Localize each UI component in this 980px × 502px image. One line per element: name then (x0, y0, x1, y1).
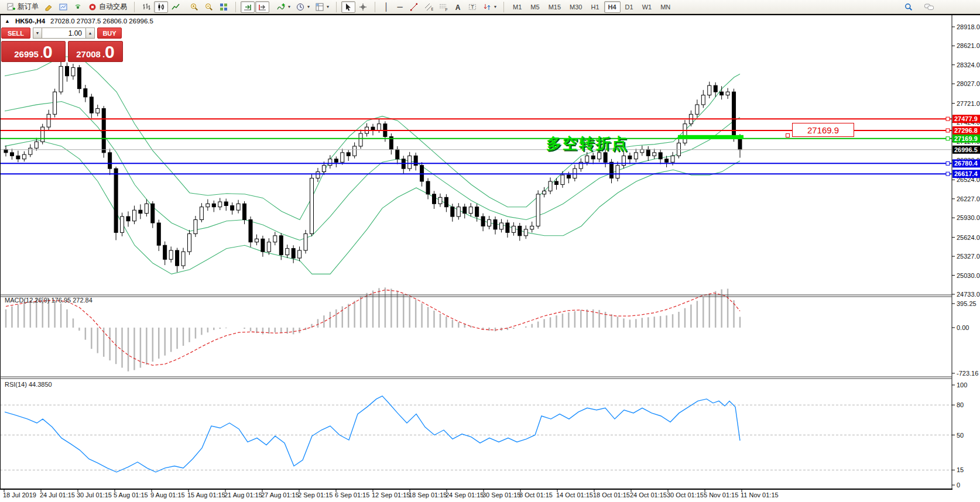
hline-handle[interactable] (946, 117, 950, 121)
zoom-out-icon (204, 2, 214, 12)
autoscroll-button[interactable] (241, 1, 255, 13)
lot-decrease-button[interactable]: ▼ (33, 27, 42, 39)
time-axis-label: 18 Sep 01:15 (409, 491, 447, 498)
lot-increase-button[interactable]: ▲ (85, 27, 95, 39)
chart-canvas[interactable]: 28918.028621.028324.028027.027721.027424… (0, 0, 980, 502)
trendline-button[interactable] (407, 1, 421, 13)
highlight-bar[interactable] (678, 135, 743, 139)
time-axis[interactable]: 18 Jul 201924 Jul 01:1530 Jul 01:155 Aug… (3, 490, 779, 498)
timeframe-button-m15[interactable]: M15 (544, 1, 565, 13)
time-axis-label: 30 Oct 01:15 (667, 491, 704, 498)
toolbar-group-setup: ▾ ▾ ▾ (272, 1, 333, 13)
price-level-callout[interactable]: 27169.9 (792, 123, 854, 137)
time-axis-label: 15 Aug 01:15 (187, 491, 225, 498)
hline-handle[interactable] (946, 129, 950, 132)
text-label-button[interactable]: T (465, 1, 479, 13)
timeframe-button-h4[interactable]: H4 (604, 1, 621, 13)
toolbar-separator (375, 2, 375, 12)
svg-text:27721.0: 27721.0 (957, 100, 980, 107)
svg-text:27169.9: 27169.9 (954, 135, 978, 142)
time-axis-label: 24 Sep 01:15 (446, 491, 484, 498)
toolbar-separator (235, 2, 236, 12)
timeframe-button-m30[interactable]: M30 (566, 1, 586, 13)
cursor-button[interactable] (341, 1, 355, 13)
vertical-line-button[interactable]: │ (380, 1, 393, 13)
buy-price-big-digit: 0 (105, 43, 115, 61)
time-axis-label: 9 Aug 01:15 (150, 491, 185, 498)
timeframe-button-mn[interactable]: MN (656, 1, 674, 13)
svg-text:28324.0: 28324.0 (957, 61, 980, 68)
autotrading-label: 自动交易 (99, 2, 127, 12)
time-axis-label: 24 Oct 01:15 (630, 491, 667, 498)
toolbar-group-chart-type (138, 1, 184, 13)
timeframe-button-m1[interactable]: M1 (509, 1, 526, 13)
hline-handle[interactable] (946, 137, 950, 140)
fibonacci-icon: F (438, 2, 448, 12)
periods-button[interactable]: ▾ (293, 1, 312, 13)
tile-windows-button[interactable] (217, 1, 231, 13)
bollinger-bands (5, 57, 740, 274)
lot-size-input[interactable] (42, 27, 85, 39)
mt4-window: 新订单 自动交易 ▾ ▾ ▾ (0, 0, 980, 502)
vertical-line-icon: │ (384, 3, 389, 11)
new-chart-icon (59, 2, 68, 12)
svg-text:100: 100 (957, 381, 967, 388)
svg-text:25930.0: 25930.0 (957, 214, 980, 221)
channel-button[interactable]: E (422, 1, 436, 13)
hline-handle[interactable] (946, 161, 950, 165)
text-button[interactable]: A (451, 1, 465, 13)
zoom-out-button[interactable] (202, 1, 216, 13)
timeframe-button-d1[interactable]: D1 (621, 1, 638, 13)
arrows-button[interactable]: ▾ (480, 1, 499, 13)
indicators-button[interactable]: ▾ (274, 1, 293, 13)
time-axis-label: 30 Jul 01:15 (77, 491, 112, 498)
turning-point-annotation[interactable]: 多空转折点 (546, 133, 628, 154)
horizontal-line-button[interactable]: ─ (393, 1, 406, 13)
line-chart-icon (171, 2, 180, 12)
editor-icon (44, 2, 53, 12)
sell-price-button[interactable]: 26995.0 (1, 41, 66, 62)
svg-text:0: 0 (957, 482, 960, 489)
buy-price-button[interactable]: 27008.0 (68, 41, 123, 62)
svg-text:E: E (431, 7, 434, 11)
timeframe-button-w1[interactable]: W1 (638, 1, 656, 13)
comments-button[interactable] (921, 1, 937, 13)
zoom-in-button[interactable] (187, 1, 201, 13)
sell-button[interactable]: SELL (1, 27, 30, 39)
svg-text:0.00: 0.00 (957, 324, 969, 331)
editor-button[interactable] (42, 1, 56, 13)
toolbar-group-right (902, 1, 937, 13)
fibonacci-button[interactable]: F (436, 1, 450, 13)
svg-text:15: 15 (957, 466, 964, 473)
callout-anchor-handle[interactable] (786, 133, 790, 137)
new-order-button[interactable]: 新订单 (4, 1, 41, 13)
svg-text:A: A (455, 3, 461, 11)
dropdown-caret-icon: ▾ (494, 4, 496, 9)
search-button[interactable] (902, 1, 916, 13)
line-chart-button[interactable] (169, 1, 183, 13)
crosshair-button[interactable] (356, 1, 370, 13)
time-axis-label: 27 Aug 01:15 (261, 491, 299, 498)
templates-button[interactable]: ▾ (313, 1, 331, 13)
one-click-panel-toggle-icon[interactable]: ▲ (5, 18, 10, 24)
buy-button[interactable]: BUY (97, 27, 122, 39)
hline-handle[interactable] (946, 172, 950, 176)
bar-chart-icon (142, 2, 151, 12)
timeframe-button-m5[interactable]: M5 (526, 1, 543, 13)
crosshair-icon (358, 2, 368, 12)
chart-shift-button[interactable] (255, 1, 269, 13)
timeframe-button-h1[interactable]: H1 (587, 1, 603, 13)
rsi-line (5, 396, 740, 472)
time-axis-label: 6 Sep 01:15 (335, 491, 369, 498)
new-chart-button[interactable] (56, 1, 70, 13)
candlestick-chart-button[interactable] (154, 1, 168, 13)
bar-chart-button[interactable] (139, 1, 153, 13)
time-axis-label: 8 Oct 01:15 (519, 491, 553, 498)
autotrading-button[interactable]: 自动交易 (85, 1, 129, 13)
dropdown-caret-icon: ▾ (307, 4, 310, 9)
signals-button[interactable] (71, 1, 85, 13)
tile-windows-icon (219, 2, 228, 12)
toolbar-group-orders: 新订单 自动交易 (2, 1, 131, 13)
toolbar-group-objects: │ ─ E F A T ▾ (378, 1, 501, 13)
svg-text:50: 50 (957, 432, 964, 439)
